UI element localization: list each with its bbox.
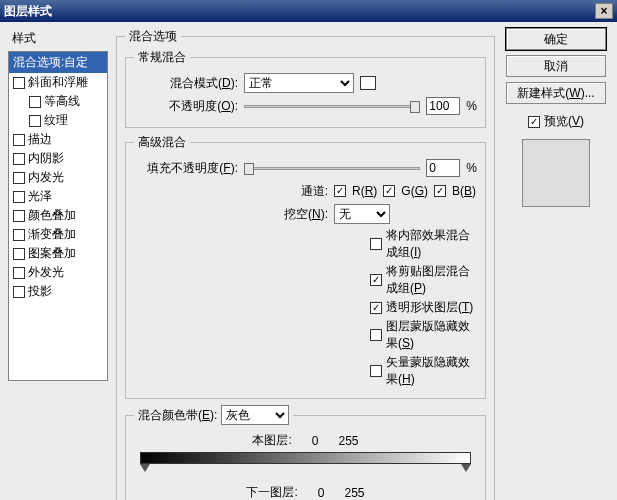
next-layer-label: 下一图层: bbox=[246, 484, 297, 500]
style-item[interactable]: 等高线 bbox=[9, 92, 107, 111]
style-item-label: 纹理 bbox=[44, 112, 68, 129]
advanced-option-checkbox[interactable] bbox=[370, 365, 382, 377]
advanced-option: 将剪贴图层混合成组(P) bbox=[370, 263, 477, 297]
new-style-button[interactable]: 新建样式(W)... bbox=[506, 82, 606, 104]
style-item-checkbox[interactable] bbox=[13, 134, 25, 146]
ok-button[interactable]: 确定 bbox=[506, 28, 606, 50]
style-item[interactable]: 投影 bbox=[9, 282, 107, 301]
this-layer-gradient[interactable] bbox=[140, 452, 471, 476]
opacity-input[interactable] bbox=[426, 97, 460, 115]
channel-g-label: G(G) bbox=[401, 184, 428, 198]
title-bar: 图层样式 × bbox=[0, 0, 617, 22]
advanced-option-label: 透明形状图层(T) bbox=[386, 299, 473, 316]
style-item-label: 图案叠加 bbox=[28, 245, 76, 262]
next-layer-high: 255 bbox=[345, 486, 365, 500]
advanced-option: 透明形状图层(T) bbox=[370, 299, 477, 316]
fill-opacity-input[interactable] bbox=[426, 159, 460, 177]
preview-swatch bbox=[522, 139, 590, 207]
style-item-checkbox[interactable] bbox=[29, 115, 41, 127]
style-item-label: 内发光 bbox=[28, 169, 64, 186]
blend-if-group: 混合颜色带(E): 灰色 本图层: 0 255 下一图层: 0 255 bbox=[125, 405, 486, 500]
channel-b-label: B(B) bbox=[452, 184, 476, 198]
opacity-unit: % bbox=[466, 99, 477, 113]
style-item[interactable]: 外发光 bbox=[9, 263, 107, 282]
style-item[interactable]: 内发光 bbox=[9, 168, 107, 187]
advanced-blend-group: 高级混合 填充不透明度(F): % 通道: R(R) G(G) B(B) bbox=[125, 134, 486, 399]
channel-b-checkbox[interactable] bbox=[434, 185, 446, 197]
channel-r-label: R(R) bbox=[352, 184, 377, 198]
style-item-checkbox[interactable] bbox=[13, 267, 25, 279]
style-item-label: 颜色叠加 bbox=[28, 207, 76, 224]
opacity-label: 不透明度(O): bbox=[134, 98, 238, 115]
advanced-option-checkbox[interactable] bbox=[370, 302, 382, 314]
style-item-checkbox[interactable] bbox=[13, 229, 25, 241]
advanced-option: 图层蒙版隐藏效果(S) bbox=[370, 318, 477, 352]
style-item-label: 等高线 bbox=[44, 93, 80, 110]
preview-label: 预览(V) bbox=[544, 113, 584, 130]
dialog-body: 样式 混合选项:自定 斜面和浮雕等高线纹理描边内阴影内发光光泽颜色叠加渐变叠加图… bbox=[0, 22, 617, 500]
opacity-slider[interactable] bbox=[244, 99, 420, 113]
styles-heading: 样式 bbox=[12, 30, 108, 47]
style-item-checkbox[interactable] bbox=[13, 172, 25, 184]
general-blend-group: 常规混合 混合模式(D): 正常 不透明度(O): % bbox=[125, 49, 486, 128]
advanced-blend-legend: 高级混合 bbox=[134, 134, 190, 151]
blend-options-group: 混合选项 常规混合 混合模式(D): 正常 不透明度(O): % 高级混合 bbox=[116, 28, 495, 500]
style-item[interactable]: 纹理 bbox=[9, 111, 107, 130]
blend-if-legend: 混合颜色带(E): 灰色 bbox=[134, 405, 293, 425]
this-layer-low: 0 bbox=[312, 434, 319, 448]
blend-mode-label: 混合模式(D): bbox=[134, 75, 238, 92]
style-item-label: 投影 bbox=[28, 283, 52, 300]
advanced-option-label: 图层蒙版隐藏效果(S) bbox=[386, 318, 477, 352]
fill-opacity-unit: % bbox=[466, 161, 477, 175]
blend-options-legend: 混合选项 bbox=[125, 28, 181, 45]
style-item-checkbox[interactable] bbox=[13, 248, 25, 260]
style-item-checkbox[interactable] bbox=[29, 96, 41, 108]
general-blend-legend: 常规混合 bbox=[134, 49, 190, 66]
advanced-option-checkbox[interactable] bbox=[370, 238, 382, 250]
style-item[interactable]: 图案叠加 bbox=[9, 244, 107, 263]
next-layer-low: 0 bbox=[318, 486, 325, 500]
knockout-select[interactable]: 无 bbox=[334, 204, 390, 224]
blend-color-swatch[interactable] bbox=[360, 76, 376, 90]
style-item-label: 外发光 bbox=[28, 264, 64, 281]
fill-opacity-label: 填充不透明度(F): bbox=[134, 160, 238, 177]
style-item-checkbox[interactable] bbox=[13, 153, 25, 165]
style-item-checkbox[interactable] bbox=[13, 286, 25, 298]
style-item[interactable]: 描边 bbox=[9, 130, 107, 149]
style-item-label: 渐变叠加 bbox=[28, 226, 76, 243]
style-item-checkbox[interactable] bbox=[13, 191, 25, 203]
blend-if-channel-select[interactable]: 灰色 bbox=[221, 405, 289, 425]
channels-label: 通道: bbox=[134, 183, 328, 200]
advanced-option: 将内部效果混合成组(I) bbox=[370, 227, 477, 261]
style-item[interactable]: 内阴影 bbox=[9, 149, 107, 168]
advanced-option-label: 矢量蒙版隐藏效果(H) bbox=[386, 354, 477, 388]
advanced-option-checkbox[interactable] bbox=[370, 274, 382, 286]
fill-opacity-slider[interactable] bbox=[244, 161, 420, 175]
style-item-label: 斜面和浮雕 bbox=[28, 74, 88, 91]
styles-panel: 样式 混合选项:自定 斜面和浮雕等高线纹理描边内阴影内发光光泽颜色叠加渐变叠加图… bbox=[8, 28, 108, 492]
style-item-checkbox[interactable] bbox=[13, 77, 25, 89]
style-item-label: 内阴影 bbox=[28, 150, 64, 167]
channel-g-checkbox[interactable] bbox=[383, 185, 395, 197]
advanced-option-label: 将内部效果混合成组(I) bbox=[386, 227, 477, 261]
channel-r-checkbox[interactable] bbox=[334, 185, 346, 197]
style-item-label: 描边 bbox=[28, 131, 52, 148]
style-item-label: 光泽 bbox=[28, 188, 52, 205]
style-item-checkbox[interactable] bbox=[13, 210, 25, 222]
cancel-button[interactable]: 取消 bbox=[506, 55, 606, 77]
this-layer-label: 本图层: bbox=[252, 432, 291, 449]
style-item[interactable]: 斜面和浮雕 bbox=[9, 73, 107, 92]
preview-checkbox[interactable] bbox=[528, 116, 540, 128]
style-item[interactable]: 颜色叠加 bbox=[9, 206, 107, 225]
this-layer-high: 255 bbox=[339, 434, 359, 448]
advanced-option-label: 将剪贴图层混合成组(P) bbox=[386, 263, 477, 297]
style-item[interactable]: 光泽 bbox=[9, 187, 107, 206]
blend-mode-select[interactable]: 正常 bbox=[244, 73, 354, 93]
style-item[interactable]: 渐变叠加 bbox=[9, 225, 107, 244]
knockout-label: 挖空(N): bbox=[134, 206, 328, 223]
window-title: 图层样式 bbox=[4, 3, 52, 20]
advanced-option-checkbox[interactable] bbox=[370, 329, 382, 341]
style-item-selected[interactable]: 混合选项:自定 bbox=[9, 52, 107, 73]
close-icon[interactable]: × bbox=[595, 3, 613, 19]
style-list[interactable]: 混合选项:自定 斜面和浮雕等高线纹理描边内阴影内发光光泽颜色叠加渐变叠加图案叠加… bbox=[8, 51, 108, 381]
